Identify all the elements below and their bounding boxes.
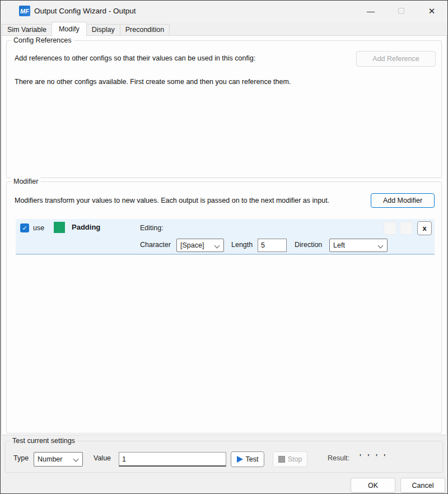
ok-button[interactable]: OK: [351, 478, 395, 493]
config-references-title: Config References: [11, 36, 74, 44]
modifier-row: ✓ use Padding Editing: x Character [Spac…: [16, 219, 435, 255]
use-checkbox[interactable]: ✓: [20, 223, 29, 232]
tab-strip: Sim Variable Modify Display Precondition: [2, 21, 170, 36]
modifier-description: Modifiers transform your values to new v…: [15, 197, 329, 204]
config-references-empty-message: There are no other configs available. Fi…: [15, 78, 291, 86]
test-button-label: Test: [246, 455, 259, 463]
result-label: Result:: [328, 454, 349, 462]
modifier-title: Modifier: [11, 178, 40, 185]
stop-button[interactable]: Stop: [273, 451, 307, 467]
add-modifier-button[interactable]: Add Modifier: [371, 193, 435, 208]
stop-button-label: Stop: [288, 455, 302, 463]
use-label: use: [33, 224, 44, 232]
character-select[interactable]: [Space]: [176, 239, 224, 252]
config-references-description: Add references to other configs so that …: [15, 54, 255, 62]
chevron-down-icon: [73, 456, 79, 462]
direction-label: Direction: [295, 241, 322, 249]
close-button[interactable]: ✕: [419, 1, 445, 21]
config-references-group: Config References Add references to othe…: [6, 40, 442, 178]
output-config-wizard-dialog: MF Output Config Wizard - Output — ✕ Sim…: [0, 0, 448, 494]
delete-modifier-button[interactable]: x: [417, 221, 432, 235]
chevron-down-icon: [378, 243, 384, 249]
cancel-button[interactable]: Cancel: [400, 478, 445, 493]
modify-tab-page: Config References Add references to othe…: [1, 35, 447, 435]
stop-icon: [278, 456, 285, 463]
chevron-down-icon: [214, 243, 220, 249]
maximize-icon: [398, 8, 404, 14]
app-logo-icon: MF: [19, 6, 30, 16]
modifier-group: Modifier Modifiers transform your values…: [6, 181, 442, 434]
title-bar: MF Output Config Wizard - Output — ✕: [1, 1, 447, 21]
character-select-value: [Space]: [180, 241, 204, 249]
minimize-button[interactable]: —: [358, 1, 384, 21]
value-input[interactable]: [119, 452, 226, 467]
tab-modify[interactable]: Modify: [52, 22, 87, 36]
direction-select-value: Left: [333, 241, 345, 249]
maximize-button[interactable]: [388, 1, 414, 21]
type-select-value: Number: [38, 455, 62, 463]
character-label: Character: [140, 241, 171, 249]
move-down-button[interactable]: [400, 222, 413, 235]
tab-display[interactable]: Display: [86, 24, 120, 36]
test-button[interactable]: Test: [231, 451, 264, 467]
add-reference-button[interactable]: Add Reference: [356, 51, 436, 67]
test-settings-group: Test current settings Type Number Value …: [5, 441, 443, 473]
type-label: Type: [13, 454, 29, 462]
close-icon: ✕: [428, 6, 436, 16]
value-label: Value: [94, 454, 111, 462]
minimize-icon: —: [367, 7, 375, 16]
tab-sim-variable[interactable]: Sim Variable: [2, 24, 52, 36]
test-settings-title: Test current settings: [10, 437, 77, 445]
tab-precondition[interactable]: Precondition: [120, 24, 170, 36]
modifier-row-controls: Character [Space] Length Direction Left: [16, 238, 435, 253]
direction-select[interactable]: Left: [329, 239, 388, 252]
modifier-color-swatch[interactable]: [54, 222, 65, 233]
modifier-name: Padding: [72, 223, 100, 231]
checkbox-check-icon: ✓: [22, 225, 27, 232]
length-input[interactable]: [258, 239, 287, 252]
window-title: Output Config Wizard - Output: [34, 1, 136, 21]
result-value: ' ' ' ': [360, 453, 388, 461]
move-up-button[interactable]: [384, 222, 396, 235]
play-icon: [237, 456, 243, 463]
type-select[interactable]: Number: [34, 452, 83, 467]
editing-label: Editing:: [140, 224, 164, 232]
length-label: Length: [231, 241, 253, 249]
